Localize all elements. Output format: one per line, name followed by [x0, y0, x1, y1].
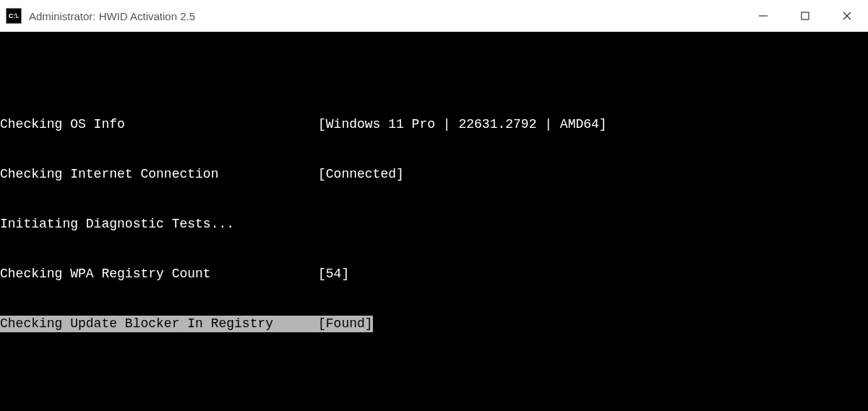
- net-check-label: Checking Internet Connection: [0, 166, 318, 183]
- net-check-value: [Connected]: [318, 166, 404, 183]
- close-button[interactable]: [826, 0, 868, 32]
- wpa-label: Checking WPA Registry Count: [0, 266, 318, 282]
- wpa-value: [54]: [318, 266, 349, 282]
- update-blocker-label: Checking Update Blocker In Registry: [0, 316, 318, 332]
- window-title: Administrator: HWID Activation 2.5: [29, 8, 195, 25]
- svg-rect-1: [802, 12, 809, 20]
- minimize-button[interactable]: [742, 0, 784, 32]
- terminal-output: Checking OS Info [Windows 11 Pro | 22631…: [0, 32, 868, 411]
- os-info-value: [Windows 11 Pro | 22631.2792 | AMD64]: [318, 116, 607, 133]
- window-controls: [742, 0, 868, 32]
- window-titlebar: C:\. Administrator: HWID Activation 2.5: [0, 0, 868, 32]
- app-icon: C:\.: [6, 8, 22, 24]
- maximize-button[interactable]: [784, 0, 826, 32]
- diag-line: Initiating Diagnostic Tests...: [0, 216, 868, 233]
- os-info-label: Checking OS Info: [0, 116, 318, 133]
- update-blocker-value: [Found]: [318, 316, 373, 332]
- update-blocker-row: Checking Update Blocker In Registry[Foun…: [0, 316, 373, 332]
